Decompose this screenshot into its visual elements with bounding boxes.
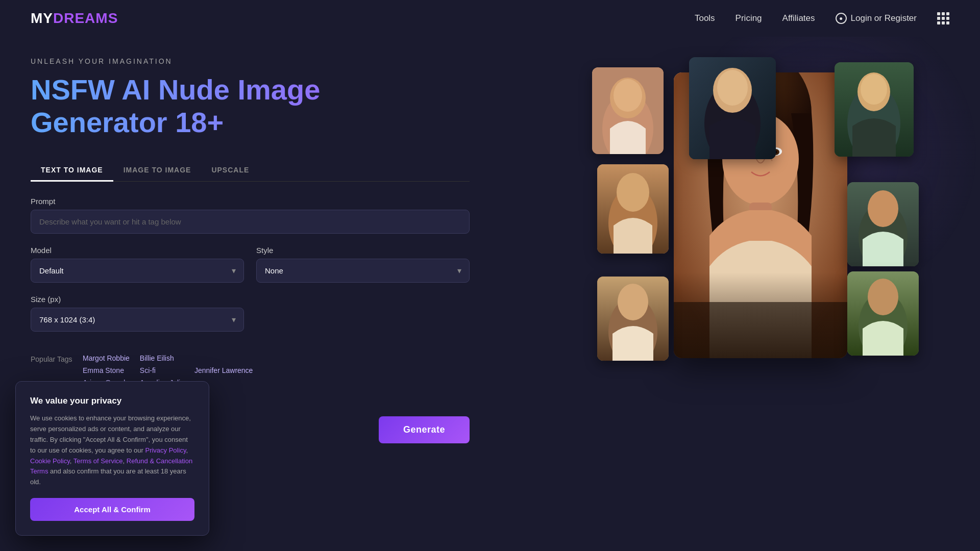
navigation: Tools Pricing Affiliates ● Login or Regi… <box>695 12 949 24</box>
gallery-thumb-7 <box>847 271 919 356</box>
header: MYDREAMS Tools Pricing Affiliates ● Logi… <box>0 0 980 37</box>
hero-title-line1: NSFW AI Nude Image <box>31 73 320 106</box>
tab-image-to-image[interactable]: IMAGE TO IMAGE <box>113 160 202 182</box>
svg-point-28 <box>861 74 887 105</box>
logo-my: MY <box>31 10 53 26</box>
nav-tools[interactable]: Tools <box>695 13 715 23</box>
cookie-accept-button[interactable]: Accept All & Confirm <box>30 498 194 521</box>
cookie-banner: We value your privacy We use cookies to … <box>15 381 209 536</box>
nav-pricing[interactable]: Pricing <box>736 13 762 23</box>
tab-upscale[interactable]: UPSCALE <box>201 160 259 182</box>
model-select-wrapper: Default Realistic Anime Fantasy <box>31 259 244 283</box>
model-select[interactable]: Default Realistic Anime Fantasy <box>31 259 244 283</box>
prompt-input[interactable] <box>31 210 470 234</box>
tag-jennifer-lawrence[interactable]: Jennifer Lawrence <box>194 366 253 374</box>
size-group: Size (px) 768 x 1024 (3:4) 1024 x 768 (4… <box>31 295 244 332</box>
gallery <box>470 57 949 516</box>
logo-dreams: DREAMS <box>53 10 118 26</box>
svg-point-23 <box>717 70 748 106</box>
gallery-thumb-2 <box>689 57 776 159</box>
tag-margot-robbie[interactable]: Margot Robbie <box>83 354 130 362</box>
svg-point-36 <box>868 190 898 227</box>
svg-point-32 <box>617 173 649 212</box>
user-icon: ● <box>836 13 847 24</box>
hero-title: NSFW AI Nude Image Generator 18+ <box>31 73 470 139</box>
thumb-5-svg <box>847 182 919 266</box>
model-label: Model <box>31 246 244 255</box>
cookie-title: We value your privacy <box>30 396 194 406</box>
tag-billie-eilish[interactable]: Billie Eilish <box>140 354 184 362</box>
style-select-wrapper: None Photorealistic Painting Sketch Digi… <box>256 259 470 283</box>
cookie-text: We use cookies to enhance your browsing … <box>30 413 194 488</box>
size-select-wrapper: 768 x 1024 (3:4) 1024 x 768 (4:3) 512 x … <box>31 308 244 332</box>
thumb-6-svg <box>597 277 669 361</box>
gallery-thumb-4 <box>597 164 669 254</box>
nav-auth[interactable]: ● Login or Register <box>836 13 917 24</box>
gallery-thumb-3 <box>835 62 914 157</box>
cookie-privacy-link[interactable]: Privacy Policy <box>145 446 186 454</box>
tag-emma-stone[interactable]: Emma Stone <box>83 366 130 374</box>
nav-auth-label: Login or Register <box>851 13 917 23</box>
thumb-1-svg <box>592 67 664 154</box>
size-label: Size (px) <box>31 295 244 304</box>
svg-rect-14 <box>674 302 847 358</box>
cookie-policy-link[interactable]: Cookie Policy <box>30 457 70 465</box>
tab-text-to-image[interactable]: TEXT TO IMAGE <box>31 160 113 182</box>
size-select[interactable]: 768 x 1024 (3:4) 1024 x 768 (4:3) 512 x … <box>31 308 244 332</box>
svg-point-44 <box>868 279 898 315</box>
thumb-3-svg <box>835 62 914 157</box>
svg-point-40 <box>618 284 648 320</box>
gallery-thumb-1 <box>592 67 664 154</box>
generate-button[interactable]: Generate <box>379 416 470 443</box>
prompt-group: Prompt <box>31 197 470 234</box>
thumb-7-svg <box>847 271 919 356</box>
right-panel <box>470 57 949 516</box>
hero-title-line2: Generator 18+ <box>31 106 224 138</box>
svg-point-18 <box>614 79 642 112</box>
gallery-thumb-5 <box>847 182 919 266</box>
cookie-terms-link[interactable]: Terms of Service <box>74 457 123 465</box>
thumb-2-svg <box>689 57 776 159</box>
tabs-container: TEXT TO IMAGE IMAGE TO IMAGE UPSCALE <box>31 160 470 182</box>
svg-point-12 <box>771 160 773 161</box>
model-group: Model Default Realistic Anime Fantasy <box>31 246 244 283</box>
gallery-thumb-6 <box>597 277 669 361</box>
tags-label: Popular Tags <box>31 354 77 363</box>
tag-sci-fi[interactable]: Sci-fi <box>140 366 184 374</box>
tag-placeholder-1 <box>194 354 253 362</box>
style-group: Style None Photorealistic Painting Sketc… <box>256 246 470 283</box>
logo: MYDREAMS <box>31 10 118 27</box>
style-label: Style <box>256 246 470 255</box>
thumb-4-svg <box>597 164 669 254</box>
grid-menu-icon[interactable] <box>937 12 949 24</box>
style-select[interactable]: None Photorealistic Painting Sketch Digi… <box>256 259 470 283</box>
hero-subtitle: UNLEASH YOUR IMAGINATION <box>31 57 470 65</box>
nav-affiliates[interactable]: Affiliates <box>782 13 815 23</box>
prompt-label: Prompt <box>31 197 470 206</box>
